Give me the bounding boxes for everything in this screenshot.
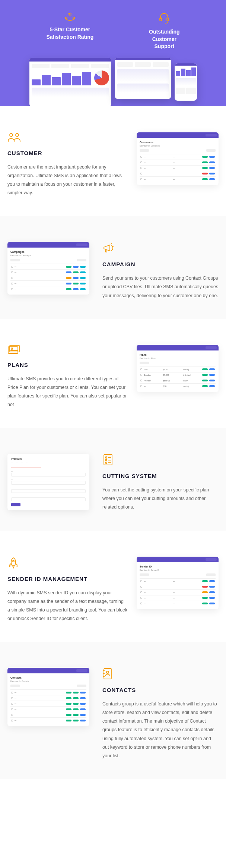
checklist-icon bbox=[102, 454, 219, 467]
section-text: You can set the cutting system on your s… bbox=[102, 486, 219, 512]
section-screenshot: Sender ID Dashboard > Sender ID —— —— ——… bbox=[137, 557, 219, 609]
svg-point-6 bbox=[16, 133, 19, 136]
section-content: CAMPAIGN Send your sms to your customers… bbox=[99, 242, 219, 300]
address-book-icon bbox=[102, 668, 219, 681]
section-text: Customer are the most important people f… bbox=[7, 163, 127, 198]
rocket-icon bbox=[7, 557, 127, 570]
section-text: Ultimate SMS provides you to create diff… bbox=[7, 375, 127, 409]
hero-features: 5-Star Customer Satisfaction Rating Outs… bbox=[7, 7, 219, 58]
section-campaign: Campaigns Dashboard > Campaigns — — — — … bbox=[0, 216, 226, 318]
credit-card-icon bbox=[7, 345, 127, 356]
feature-satisfaction: 5-Star Customer Satisfaction Rating bbox=[46, 11, 93, 50]
section-content: CUTTING SYSTEM You can set the cutting s… bbox=[99, 454, 219, 512]
svg-point-16 bbox=[106, 671, 109, 673]
section-customer: CUSTOMER Customer are the most important… bbox=[0, 106, 226, 216]
svg-point-5 bbox=[10, 133, 13, 136]
section-sender: SENDER ID MANAGEMENT With dynamic SMS se… bbox=[0, 531, 226, 642]
section-title: SENDER ID MANAGEMENT bbox=[7, 576, 127, 582]
svg-point-11 bbox=[105, 457, 107, 458]
users-icon bbox=[7, 132, 127, 144]
section-content: CONTACTS Contacts group is a useful feat… bbox=[99, 668, 219, 760]
section-title: CUSTOMER bbox=[7, 150, 127, 156]
section-plans: PLANS Ultimate SMS provides you to creat… bbox=[0, 319, 226, 428]
svg-rect-15 bbox=[104, 669, 111, 679]
section-content: CUSTOMER Customer are the most important… bbox=[7, 132, 127, 198]
section-title: CONTACTS bbox=[102, 687, 219, 693]
dashboard-mock-side bbox=[115, 58, 171, 99]
section-text: With dynamic SMS sender ID you can displ… bbox=[7, 589, 127, 623]
star-icon bbox=[46, 11, 93, 22]
feature-title: Outstanding Customer Support bbox=[149, 28, 179, 50]
section-screenshot: Customers Dashboard > Customers —— —— ——… bbox=[137, 132, 219, 185]
feature-title: 5-Star Customer Satisfaction Rating bbox=[46, 26, 93, 41]
headset-icon bbox=[149, 11, 179, 25]
svg-point-9 bbox=[11, 348, 13, 349]
section-contacts: Contacts Dashboard > Contacts — — — — — … bbox=[0, 642, 226, 779]
section-cutting: Premium ———— ———————————————————— — — — … bbox=[0, 428, 226, 530]
section-text: Contacts group is a useful feature which… bbox=[102, 700, 219, 760]
section-screenshot: Campaigns Dashboard > Campaigns — — — — … bbox=[7, 242, 89, 295]
section-content: SENDER ID MANAGEMENT With dynamic SMS se… bbox=[7, 557, 127, 623]
section-title: PLANS bbox=[7, 362, 127, 368]
section-screenshot: Contacts Dashboard > Contacts — — — — — … bbox=[7, 668, 89, 726]
svg-point-12 bbox=[105, 459, 107, 461]
dashboard-mock-main bbox=[29, 58, 111, 106]
section-content: PLANS Ultimate SMS provides you to creat… bbox=[7, 345, 127, 409]
section-title: CAMPAIGN bbox=[102, 261, 219, 267]
section-screenshot: Plans Dashboard > Plans Free$0.00monthly… bbox=[137, 345, 219, 392]
svg-point-2 bbox=[73, 17, 74, 19]
hero-dashboards bbox=[7, 58, 219, 106]
svg-point-14 bbox=[13, 560, 14, 562]
megaphone-icon bbox=[102, 242, 219, 255]
hero-section: 5-Star Customer Satisfaction Rating Outs… bbox=[0, 0, 226, 106]
svg-point-1 bbox=[65, 17, 67, 19]
section-title: CUTTING SYSTEM bbox=[102, 473, 219, 479]
svg-point-13 bbox=[105, 462, 107, 463]
section-text: Send your sms to your customers using Co… bbox=[102, 274, 219, 300]
feature-support: Outstanding Customer Support bbox=[149, 11, 179, 50]
dashboard-mock-mobile bbox=[175, 63, 197, 101]
section-screenshot: Premium ———— ———————————————————— — — — … bbox=[7, 454, 89, 510]
